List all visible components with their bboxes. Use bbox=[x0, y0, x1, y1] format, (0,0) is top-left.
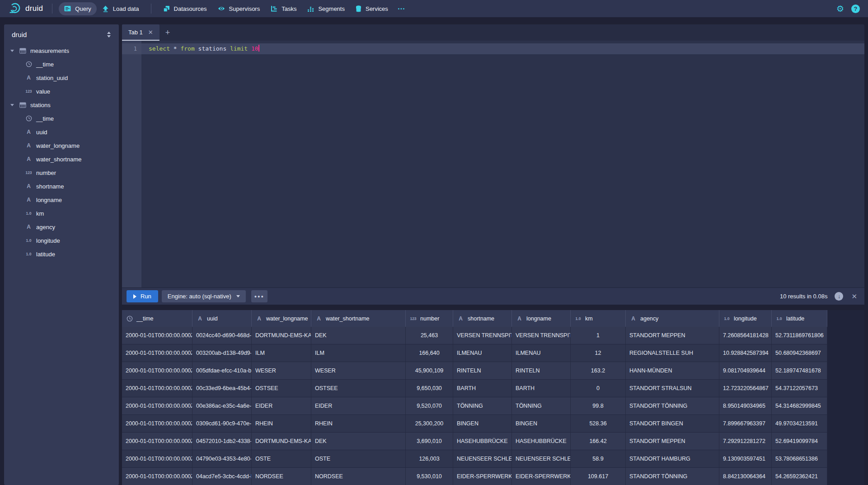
sidebar-column-shortname[interactable]: Ashortname bbox=[4, 179, 119, 193]
cell-agency[interactable]: STANDORT TÖNNING bbox=[626, 468, 719, 485]
cell-latitude[interactable]: 54.37122057673 bbox=[772, 380, 827, 397]
close-tab-icon[interactable]: ✕ bbox=[148, 29, 153, 36]
cell-uuid[interactable]: 005dfdae-efcc-410a-b bbox=[192, 362, 252, 379]
cell-latitude[interactable]: 54.26592362421 bbox=[772, 468, 827, 485]
cell-km[interactable]: 163.2 bbox=[571, 362, 626, 379]
cell-latitude[interactable]: 52.7311869761806 bbox=[772, 327, 827, 344]
cell-latitude[interactable]: 52.69419099784 bbox=[772, 433, 827, 450]
cell-longname[interactable]: BARTH bbox=[512, 380, 571, 397]
cell-uuid[interactable]: 04790e03-4353-4e80- bbox=[192, 450, 252, 467]
cell-shortname[interactable]: HASEHUBBRÜCKE bbox=[453, 433, 512, 450]
cell-number[interactable]: 3,690,010 bbox=[406, 433, 453, 450]
nav-tasks[interactable]: Tasks bbox=[265, 2, 302, 15]
nav-more-icon[interactable]: ••• bbox=[394, 3, 410, 14]
download-icon[interactable]: ↓ bbox=[835, 292, 843, 301]
cell-latitude[interactable]: 53.78068651386 bbox=[772, 450, 827, 467]
cell-uuid[interactable]: 04acd7e5-3cbc-4cdd-l bbox=[192, 468, 252, 485]
cell-longname[interactable]: EIDER-SPERRWERK AP bbox=[512, 468, 571, 485]
sidebar-column-uuid[interactable]: Auuid bbox=[4, 125, 119, 139]
cell-shortname[interactable]: VERSEN TRENNSPITZE bbox=[453, 327, 512, 344]
cell-agency[interactable]: STANDORT STRALSUN bbox=[626, 380, 719, 397]
nav-segments[interactable]: Segments bbox=[302, 2, 350, 15]
cell-water_shortname[interactable]: NORDSEE bbox=[311, 468, 406, 485]
cell-number[interactable]: 9,650,030 bbox=[406, 380, 453, 397]
cell-water_longname[interactable]: EIDER bbox=[252, 397, 311, 414]
cell-km[interactable]: 99.8 bbox=[571, 397, 626, 414]
cell-shortname[interactable]: NEUENSEER SCHLEUS bbox=[453, 450, 512, 467]
new-tab-button[interactable]: + bbox=[160, 24, 176, 41]
cell-water_shortname[interactable]: RHEIN bbox=[311, 415, 406, 432]
sidebar-column-number[interactable]: 123number bbox=[4, 166, 119, 179]
cell-km[interactable]: 166.42 bbox=[571, 433, 626, 450]
cell-shortname[interactable]: EIDER-SPERRWERK AP bbox=[453, 468, 512, 485]
sidebar-column-__time[interactable]: __time bbox=[4, 112, 119, 125]
cell-latitude[interactable]: 50.680942368697 bbox=[772, 344, 827, 362]
nav-datasources[interactable]: Datasources bbox=[158, 2, 212, 15]
cell-__time[interactable]: 2000-01-01T00:00:00.000Z bbox=[122, 362, 192, 379]
cell-uuid[interactable]: 00e386ac-e35c-4a6e- bbox=[192, 397, 252, 414]
column-header-longitude[interactable]: 1.0longitude bbox=[719, 310, 772, 327]
cell-water_longname[interactable]: DORTMUND-EMS-KANA bbox=[252, 433, 311, 450]
cell-uuid[interactable]: 0024cc40-d690-468d- bbox=[192, 327, 252, 344]
cell-__time[interactable]: 2000-01-01T00:00:00.000Z bbox=[122, 327, 192, 344]
sidebar-column-longitude[interactable]: 1.0longitude bbox=[4, 234, 119, 247]
column-header-water_longname[interactable]: Awater_longname bbox=[252, 310, 311, 327]
editor-code-area[interactable]: select * from stations limit 10 bbox=[141, 41, 864, 287]
cell-km[interactable]: 12 bbox=[571, 344, 626, 362]
cell-water_shortname[interactable]: ILM bbox=[311, 344, 406, 362]
cell-longname[interactable]: NEUENSEER SCHLEUS bbox=[512, 450, 571, 467]
cell-longname[interactable]: RINTELN bbox=[512, 362, 571, 379]
cell-number[interactable]: 9,530,010 bbox=[406, 468, 453, 485]
cell-longitude[interactable]: 7.2608564181428 bbox=[719, 327, 772, 344]
cell-latitude[interactable]: 54.314682999845 bbox=[772, 397, 827, 414]
cell-water_shortname[interactable]: OSTE bbox=[311, 450, 406, 467]
cell-number[interactable]: 25,300,200 bbox=[406, 415, 453, 432]
column-header-number[interactable]: 123number bbox=[406, 310, 453, 327]
cell-latitude[interactable]: 52.189747481678 bbox=[772, 362, 827, 379]
cell-uuid[interactable]: 0309cd61-90c9-470e- bbox=[192, 415, 252, 432]
cell-__time[interactable]: 2000-01-01T00:00:00.000Z bbox=[122, 433, 192, 450]
gear-icon[interactable]: ⚙ bbox=[832, 5, 849, 13]
more-options-button[interactable]: ●●● bbox=[251, 290, 267, 302]
cell-shortname[interactable]: BINGEN bbox=[453, 415, 512, 432]
cell-longitude[interactable]: 7.292912281272 bbox=[719, 433, 772, 450]
sql-editor[interactable]: 1 select * from stations limit 10 bbox=[122, 41, 864, 287]
cell-km[interactable]: 1 bbox=[571, 327, 626, 344]
cell-km[interactable]: 528.36 bbox=[571, 415, 626, 432]
cell-longitude[interactable]: 9.081704939644 bbox=[719, 362, 772, 379]
nav-query[interactable]: Query bbox=[59, 2, 96, 15]
close-results-icon[interactable]: ✕ bbox=[847, 292, 858, 301]
cell-shortname[interactable]: RINTELN bbox=[453, 362, 512, 379]
cell-water_longname[interactable]: WESER bbox=[252, 362, 311, 379]
cell-km[interactable]: 58.9 bbox=[571, 450, 626, 467]
cell-longname[interactable]: HASEHUBBRÜCKE bbox=[512, 433, 571, 450]
cell-agency[interactable]: STANDORT HAMBURG bbox=[626, 450, 719, 467]
cell-longname[interactable]: TÖNNING bbox=[512, 397, 571, 414]
cell-__time[interactable]: 2000-01-01T00:00:00.000Z bbox=[122, 344, 192, 362]
cell-agency[interactable]: STANDORT TÖNNING bbox=[626, 397, 719, 414]
column-header-water_shortname[interactable]: Awater_shortname bbox=[311, 310, 406, 327]
cell-longname[interactable]: BINGEN bbox=[512, 415, 571, 432]
cell-uuid[interactable]: 04572010-1db2-4338- bbox=[192, 433, 252, 450]
cell-longitude[interactable]: 12.723220564867 bbox=[719, 380, 772, 397]
column-header-uuid[interactable]: Auuid bbox=[192, 310, 252, 327]
schema-selector[interactable]: druid bbox=[4, 24, 119, 43]
column-header-agency[interactable]: Aagency bbox=[626, 310, 719, 327]
cell-water_shortname[interactable]: DEK bbox=[311, 433, 406, 450]
cell-agency[interactable]: REGIONALSTELLE SUH bbox=[626, 344, 719, 362]
cell-longitude[interactable]: 8.842130064364 bbox=[719, 468, 772, 485]
column-header-km[interactable]: 1.0km bbox=[571, 310, 626, 327]
engine-select[interactable]: Engine: auto (sql-native) bbox=[162, 290, 246, 302]
cell-km[interactable]: 0 bbox=[571, 380, 626, 397]
cell-water_longname[interactable]: DORTMUND-EMS-KANA bbox=[252, 327, 311, 344]
nav-supervisors[interactable]: Supervisors bbox=[212, 2, 266, 15]
cell-number[interactable]: 9,520,070 bbox=[406, 397, 453, 414]
sidebar-column-latitude[interactable]: 1.0latitude bbox=[4, 247, 119, 261]
cell-number[interactable]: 166,640 bbox=[406, 344, 453, 362]
sidebar-column-km[interactable]: 1.0km bbox=[4, 207, 119, 220]
sidebar-column-agency[interactable]: Aagency bbox=[4, 220, 119, 234]
cell-water_longname[interactable]: RHEIN bbox=[252, 415, 311, 432]
cell-number[interactable]: 126,003 bbox=[406, 450, 453, 467]
nav-load-data[interactable]: Load data bbox=[97, 2, 145, 15]
cell-number[interactable]: 25,463 bbox=[406, 327, 453, 344]
